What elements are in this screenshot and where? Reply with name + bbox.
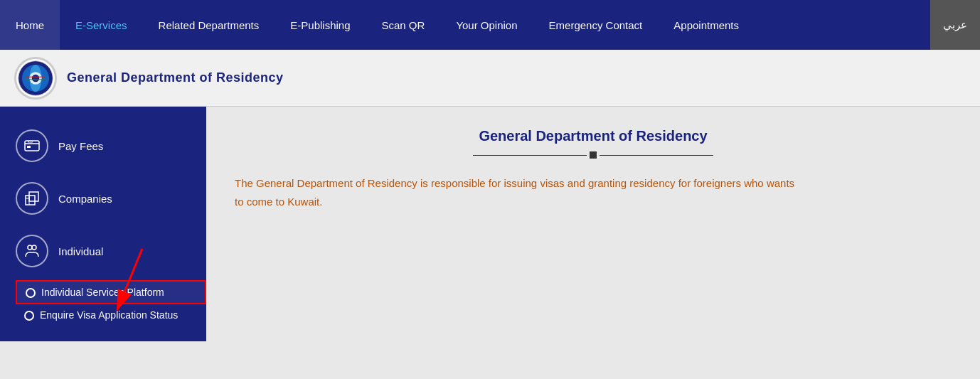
individual-label: Individual (58, 245, 103, 257)
companies-icon (16, 182, 48, 215)
nav-appointments[interactable]: Appointments (658, 0, 755, 50)
sidebar-wrapper: K.D Pay Fees Companies (0, 107, 206, 379)
sidebar: K.D Pay Fees Companies (0, 107, 206, 341)
nav-home[interactable]: Home (0, 0, 60, 50)
radio-enquire-visa (24, 311, 34, 321)
sub-items-container: Individual Services Platform Enquire Vis… (0, 277, 206, 329)
title-line-right (600, 155, 713, 156)
svg-rect-11 (26, 196, 35, 205)
org-name: General Department of Residency (67, 70, 284, 85)
svg-text:K.D: K.D (28, 140, 33, 144)
logo-row: General Department of Residency (0, 50, 980, 107)
companies-label: Companies (58, 193, 112, 205)
title-dot (590, 151, 597, 159)
pay-fees-label: Pay Fees (58, 140, 103, 152)
navbar: Home E-Services Related Departments E-Pu… (0, 0, 980, 50)
sub-item-individual-services[interactable]: Individual Services Platform (16, 280, 206, 304)
nav-related-departments[interactable]: Related Departments (143, 0, 275, 50)
enquire-visa-label: Enquire Visa Application Status (40, 309, 178, 321)
title-line-left (473, 155, 587, 156)
nav-scan-qr[interactable]: Scan QR (366, 0, 441, 50)
content-area: General Department of Residency The Gene… (206, 107, 980, 379)
main-area: K.D Pay Fees Companies (0, 107, 980, 379)
sub-item-enquire-visa[interactable]: Enquire Visa Application Status (16, 304, 206, 326)
pay-fees-icon: K.D (16, 129, 48, 162)
svg-point-4 (32, 74, 39, 81)
nav-emergency-contact[interactable]: Emergency Contact (533, 0, 659, 50)
sidebar-item-companies[interactable]: Companies (0, 172, 206, 225)
sidebar-item-pay-fees[interactable]: K.D Pay Fees (0, 119, 206, 172)
radio-individual-services (26, 288, 36, 298)
svg-rect-12 (29, 192, 38, 201)
title-underline (235, 151, 952, 159)
svg-rect-9 (27, 146, 31, 148)
svg-rect-5 (26, 76, 46, 78)
individual-icon (16, 235, 48, 267)
svg-point-16 (32, 245, 36, 250)
logo-emblem (14, 57, 57, 100)
nav-arabic[interactable]: عربي (930, 0, 980, 50)
svg-point-15 (28, 245, 32, 250)
individual-services-label: Individual Services Platform (41, 287, 164, 298)
content-title: General Department of Residency (235, 128, 952, 144)
sidebar-item-individual[interactable]: Individual (0, 225, 206, 277)
content-description: The General Department of Residency is r… (235, 174, 804, 210)
nav-your-opinion[interactable]: Your Opinion (440, 0, 533, 50)
svg-rect-6 (26, 78, 46, 80)
nav-epublishing[interactable]: E-Publishing (275, 0, 366, 50)
nav-eservices[interactable]: E-Services (60, 0, 143, 50)
